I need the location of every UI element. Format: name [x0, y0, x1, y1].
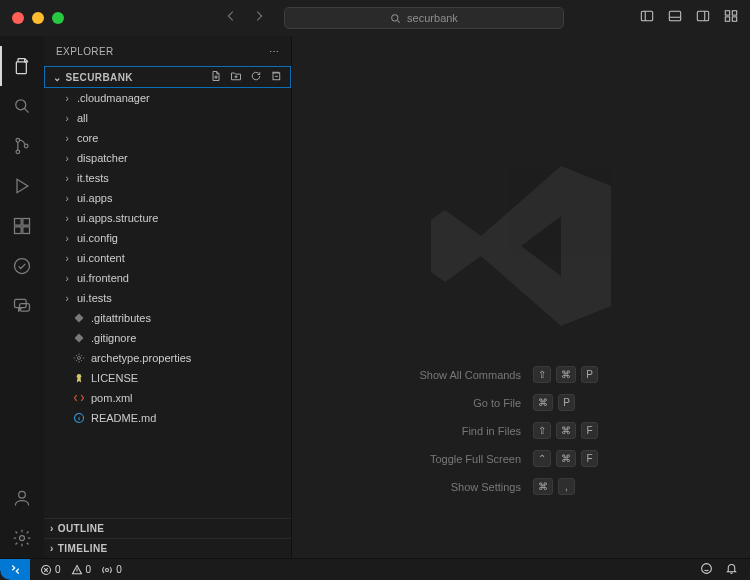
file-license-icon	[72, 371, 86, 385]
activity-bar	[0, 36, 44, 558]
remote-indicator[interactable]	[0, 559, 30, 581]
tree-folder[interactable]: ›.cloudmanager	[44, 88, 291, 108]
status-ports[interactable]: 0	[101, 564, 122, 576]
tree-file[interactable]: README.md	[44, 408, 291, 428]
file-diamond-icon	[72, 331, 86, 345]
tree-folder[interactable]: ›ui.content	[44, 248, 291, 268]
hint-keys: ⇧⌘F	[533, 422, 598, 439]
file-label: .gitattributes	[91, 312, 151, 324]
tree-file[interactable]: archetype.properties	[44, 348, 291, 368]
notifications-icon[interactable]	[725, 562, 738, 577]
titlebar: securbank	[0, 0, 750, 36]
status-bar: 0 0 0	[0, 558, 750, 580]
key: P	[581, 366, 598, 383]
project-header[interactable]: ⌄ SECURBANK	[44, 66, 291, 88]
project-name: SECURBANK	[65, 72, 133, 83]
tree-folder[interactable]: ›dispatcher	[44, 148, 291, 168]
svg-point-23	[78, 357, 81, 360]
activity-settings[interactable]	[0, 518, 44, 558]
file-label: README.md	[91, 412, 156, 424]
tree-file[interactable]: .gitattributes	[44, 308, 291, 328]
tree-folder[interactable]: ›ui.apps.structure	[44, 208, 291, 228]
tree-folder[interactable]: ›ui.tests	[44, 288, 291, 308]
svg-rect-7	[732, 17, 736, 21]
ports-count: 0	[116, 564, 122, 575]
activity-comments[interactable]	[0, 286, 44, 326]
customize-layout-icon[interactable]	[724, 9, 738, 27]
hint-row: Toggle Full Screen⌃⌘F	[361, 450, 681, 467]
tree-folder[interactable]: ›it.tests	[44, 168, 291, 188]
explorer-more-icon[interactable]: ⋯	[269, 46, 279, 57]
folder-label: ui.content	[77, 252, 125, 264]
tree-file[interactable]: pom.xml	[44, 388, 291, 408]
status-errors[interactable]: 0	[40, 564, 61, 576]
svg-point-0	[392, 14, 398, 20]
search-text: securbank	[407, 12, 458, 24]
layout-sidebar-left-icon[interactable]	[640, 9, 654, 27]
collapse-all-icon[interactable]	[270, 70, 282, 84]
key: ,	[558, 478, 575, 495]
new-file-icon[interactable]	[210, 70, 222, 84]
activity-explorer[interactable]	[0, 46, 44, 86]
chevron-right-icon: ›	[62, 292, 72, 304]
tree-folder[interactable]: ›all	[44, 108, 291, 128]
minimize-window[interactable]	[32, 12, 44, 24]
command-center-search[interactable]: securbank	[284, 7, 564, 29]
tree-folder[interactable]: ›core	[44, 128, 291, 148]
folder-label: ui.config	[77, 232, 118, 244]
folder-label: .cloudmanager	[77, 92, 150, 104]
activity-run-debug[interactable]	[0, 166, 44, 206]
status-warnings[interactable]: 0	[71, 564, 92, 576]
folder-label: it.tests	[77, 172, 109, 184]
window-controls	[12, 12, 64, 24]
tree-folder[interactable]: ›ui.config	[44, 228, 291, 248]
svg-rect-1	[641, 11, 652, 21]
svg-rect-4	[725, 11, 729, 15]
timeline-section[interactable]: › TIMELINE	[44, 538, 291, 558]
feedback-icon[interactable]	[700, 562, 713, 577]
tree-file[interactable]: .gitignore	[44, 328, 291, 348]
file-label: pom.xml	[91, 392, 133, 404]
nav-forward-icon[interactable]	[252, 9, 266, 27]
svg-point-27	[106, 568, 109, 571]
explorer-sidebar: EXPLORER ⋯ ⌄ SECURBANK ›.cloudmanager›al…	[44, 36, 292, 558]
error-count: 0	[55, 564, 61, 575]
maximize-window[interactable]	[52, 12, 64, 24]
tree-folder[interactable]: ›ui.apps	[44, 188, 291, 208]
outline-label: OUTLINE	[58, 523, 105, 534]
refresh-icon[interactable]	[250, 70, 262, 84]
file-label: .gitignore	[91, 332, 136, 344]
key: ⌃	[533, 450, 551, 467]
activity-source-control[interactable]	[0, 126, 44, 166]
hint-row: Find in Files⇧⌘F	[361, 422, 681, 439]
key: ⇧	[533, 422, 551, 439]
new-folder-icon[interactable]	[230, 70, 242, 84]
svg-point-10	[16, 138, 20, 142]
key: ⌘	[533, 394, 553, 411]
explorer-title: EXPLORER	[56, 46, 114, 57]
activity-search[interactable]	[0, 86, 44, 126]
nav-back-icon[interactable]	[224, 9, 238, 27]
file-gear-icon	[72, 351, 86, 365]
activity-extensions[interactable]	[0, 206, 44, 246]
svg-rect-13	[15, 219, 22, 226]
activity-accounts[interactable]	[0, 478, 44, 518]
outline-section[interactable]: › OUTLINE	[44, 518, 291, 538]
file-label: LICENSE	[91, 372, 138, 384]
key: ⌘	[556, 366, 576, 383]
chevron-right-icon: ›	[62, 92, 72, 104]
tree-file[interactable]: LICENSE	[44, 368, 291, 388]
chevron-right-icon: ›	[62, 172, 72, 184]
key: ⌘	[556, 422, 576, 439]
svg-rect-3	[697, 11, 708, 21]
layout-sidebar-right-icon[interactable]	[696, 9, 710, 27]
hint-label: Toggle Full Screen	[361, 453, 521, 465]
key: P	[558, 394, 575, 411]
folder-label: ui.tests	[77, 292, 112, 304]
vscode-watermark-icon	[421, 146, 621, 350]
close-window[interactable]	[12, 12, 24, 24]
activity-testing[interactable]	[0, 246, 44, 286]
tree-folder[interactable]: ›ui.frontend	[44, 268, 291, 288]
hint-label: Find in Files	[361, 425, 521, 437]
layout-panel-icon[interactable]	[668, 9, 682, 27]
